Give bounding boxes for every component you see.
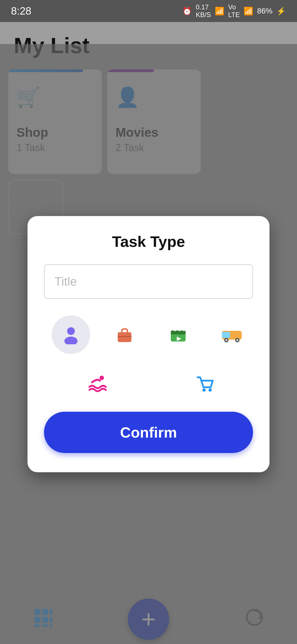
person-type-icon[interactable] bbox=[52, 315, 90, 354]
modal-overlay[interactable]: Task Type bbox=[0, 44, 297, 644]
signal-icon: 📶 bbox=[244, 7, 253, 16]
swimming-type-icon[interactable] bbox=[78, 365, 117, 403]
svg-point-23 bbox=[225, 339, 227, 341]
battery-icon: ⚡ bbox=[276, 7, 286, 16]
svg-line-19 bbox=[183, 328, 184, 331]
movie-type-icon[interactable] bbox=[159, 315, 197, 354]
data-speed: 0.17KB/S bbox=[196, 3, 211, 19]
task-type-modal: Task Type bbox=[28, 216, 270, 472]
svg-point-28 bbox=[208, 388, 212, 392]
wifi-icon: 📶 bbox=[215, 7, 224, 16]
svg-rect-14 bbox=[118, 336, 131, 337]
svg-rect-16 bbox=[171, 331, 186, 334]
svg-point-12 bbox=[64, 337, 78, 344]
confirm-button[interactable]: Confirm bbox=[44, 412, 253, 453]
svg-point-11 bbox=[67, 327, 75, 335]
briefcase-type-icon[interactable] bbox=[105, 315, 144, 354]
status-bar: 8:28 ⏰ 0.17KB/S 📶 VoLTE 📶 86% ⚡ bbox=[0, 0, 297, 22]
alarm-icon: ⏰ bbox=[182, 7, 192, 16]
modal-title: Task Type bbox=[44, 233, 253, 250]
svg-line-17 bbox=[174, 328, 175, 331]
svg-point-25 bbox=[236, 339, 238, 341]
svg-rect-21 bbox=[222, 332, 230, 338]
title-input[interactable] bbox=[44, 264, 253, 299]
volte-icon: VoLTE bbox=[228, 3, 240, 19]
svg-line-18 bbox=[178, 328, 180, 331]
app-background: My List 🛒 Shop 1 Task 👤 Movies 2 Task bbox=[0, 22, 297, 644]
svg-point-26 bbox=[100, 376, 104, 380]
status-icons: ⏰ 0.17KB/S 📶 VoLTE 📶 86% ⚡ bbox=[182, 3, 286, 19]
battery-level: 86% bbox=[257, 7, 273, 15]
van-type-icon[interactable] bbox=[213, 315, 251, 354]
cart-type-icon[interactable] bbox=[186, 365, 224, 403]
status-time: 8:28 bbox=[11, 5, 31, 17]
svg-point-27 bbox=[202, 388, 206, 392]
